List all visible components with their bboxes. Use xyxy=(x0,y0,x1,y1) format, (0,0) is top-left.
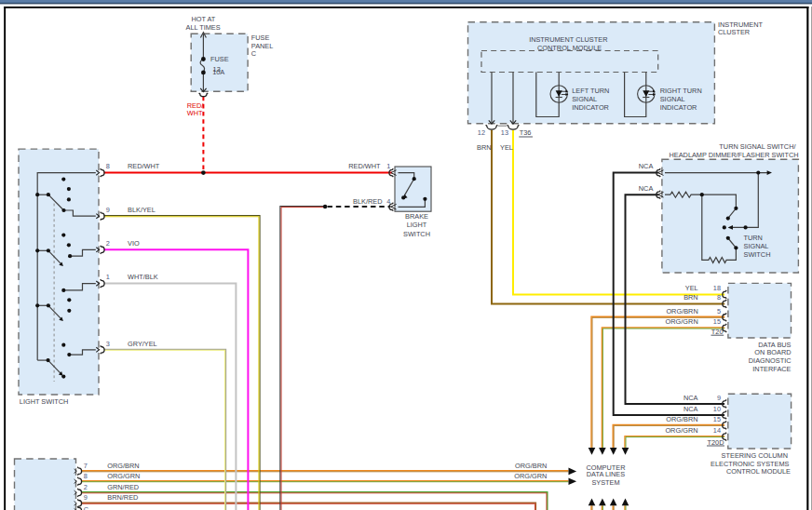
svg-text:LIGHT: LIGHT xyxy=(407,221,427,229)
svg-text:CLUSTER: CLUSTER xyxy=(718,28,750,36)
svg-text:BLK/RED: BLK/RED xyxy=(353,197,382,206)
svg-text:BRN: BRN xyxy=(683,293,698,302)
svg-text:9: 9 xyxy=(717,394,721,402)
svg-text:GRY/YEL: GRY/YEL xyxy=(128,340,157,348)
svg-text:2: 2 xyxy=(106,239,110,248)
svg-text:DATA BUS: DATA BUS xyxy=(758,341,791,349)
svg-text:BRAKE: BRAKE xyxy=(405,212,428,221)
svg-text:ORG/GRN: ORG/GRN xyxy=(107,472,140,480)
svg-text:13: 13 xyxy=(501,128,508,137)
svg-text:WHT/BLK: WHT/BLK xyxy=(128,273,158,281)
svg-text:ALL TIMES: ALL TIMES xyxy=(186,23,221,32)
svg-text:ORG/BRN: ORG/BRN xyxy=(107,462,139,470)
svg-text:2: 2 xyxy=(84,483,88,491)
svg-text:5: 5 xyxy=(717,307,721,315)
svg-text:ORG/BRN: ORG/BRN xyxy=(666,415,697,423)
svg-text:ORG/BRN: ORG/BRN xyxy=(515,462,547,470)
svg-text:NCA: NCA xyxy=(639,162,654,170)
svg-text:CONTROL MODULE: CONTROL MODULE xyxy=(726,467,791,476)
svg-text:RED/WHT: RED/WHT xyxy=(128,162,160,170)
svg-text:NCA: NCA xyxy=(683,405,698,413)
svg-text:NCA: NCA xyxy=(639,184,654,193)
svg-text:RED/WHT: RED/WHT xyxy=(348,162,381,170)
svg-text:CONTROL MODULE: CONTROL MODULE xyxy=(537,44,602,52)
svg-text:ORG/GRN: ORG/GRN xyxy=(514,472,547,480)
svg-text:8: 8 xyxy=(717,293,721,302)
svg-text:BRN: BRN xyxy=(477,143,492,152)
svg-text:BLK/YEL: BLK/YEL xyxy=(128,206,156,214)
svg-text:8: 8 xyxy=(106,162,110,170)
svg-text:VIO: VIO xyxy=(128,239,140,248)
svg-text:INDICATOR: INDICATOR xyxy=(660,103,697,112)
svg-text:T20: T20 xyxy=(711,328,724,336)
svg-text:7: 7 xyxy=(84,462,88,470)
svg-text:14: 14 xyxy=(713,426,721,435)
svg-text:RIGHT TURN: RIGHT TURN xyxy=(660,87,702,95)
svg-text:9: 9 xyxy=(106,206,110,214)
svg-text:SWITCH: SWITCH xyxy=(403,230,430,238)
svg-text:YEL: YEL xyxy=(685,284,698,292)
svg-text:YEL: YEL xyxy=(500,143,513,152)
svg-text:SIGNAL: SIGNAL xyxy=(660,95,685,103)
svg-text:C: C xyxy=(84,505,89,510)
svg-text:1: 1 xyxy=(386,162,390,170)
svg-text:T20D: T20D xyxy=(708,438,724,447)
svg-text:15: 15 xyxy=(713,415,721,423)
svg-text:DIAGNOSTIC: DIAGNOSTIC xyxy=(749,356,792,365)
svg-text:1: 1 xyxy=(106,273,110,281)
svg-text:3: 3 xyxy=(106,340,110,348)
svg-text:BRN/RED: BRN/RED xyxy=(107,493,138,502)
svg-text:TURN SIGNAL SWITCH/: TURN SIGNAL SWITCH/ xyxy=(719,142,796,151)
svg-text:8: 8 xyxy=(84,472,88,480)
svg-text:10: 10 xyxy=(713,405,721,413)
svg-text:ORG/GRN: ORG/GRN xyxy=(665,426,697,435)
svg-text:FUSE: FUSE xyxy=(210,55,229,63)
svg-text:SWITCH: SWITCH xyxy=(744,250,771,259)
svg-text:TURN: TURN xyxy=(744,234,763,242)
svg-text:4: 4 xyxy=(386,197,390,206)
svg-text:T36: T36 xyxy=(520,128,532,137)
svg-text:C: C xyxy=(251,49,257,58)
svg-text:INTERFACE: INTERFACE xyxy=(752,365,791,373)
svg-text:SYSTEM: SYSTEM xyxy=(591,478,619,487)
svg-text:GRN/RED: GRN/RED xyxy=(107,483,139,491)
svg-text:ON BOARD: ON BOARD xyxy=(754,348,791,356)
svg-text:WHT: WHT xyxy=(187,109,203,117)
svg-text:INDICATOR: INDICATOR xyxy=(572,103,609,112)
svg-text:LEFT TURN: LEFT TURN xyxy=(572,87,609,95)
svg-text:15: 15 xyxy=(713,317,721,326)
svg-text:12: 12 xyxy=(478,128,485,137)
svg-text:HEADLAMP DIMMER/FLASHER SWITCH: HEADLAMP DIMMER/FLASHER SWITCH xyxy=(669,151,798,159)
svg-text:NCA: NCA xyxy=(683,394,698,402)
svg-text:LIGHT SWITCH: LIGHT SWITCH xyxy=(20,397,69,406)
svg-text:18: 18 xyxy=(713,284,721,292)
svg-text:10A: 10A xyxy=(212,68,224,76)
svg-text:DATA LINES: DATA LINES xyxy=(587,470,625,478)
svg-text:SIGNAL: SIGNAL xyxy=(744,242,769,250)
svg-text:SIGNAL: SIGNAL xyxy=(572,95,597,103)
svg-text:9: 9 xyxy=(84,493,88,502)
svg-text:ORG/GRN: ORG/GRN xyxy=(666,317,698,326)
svg-text:ORG/BRN: ORG/BRN xyxy=(666,307,697,315)
